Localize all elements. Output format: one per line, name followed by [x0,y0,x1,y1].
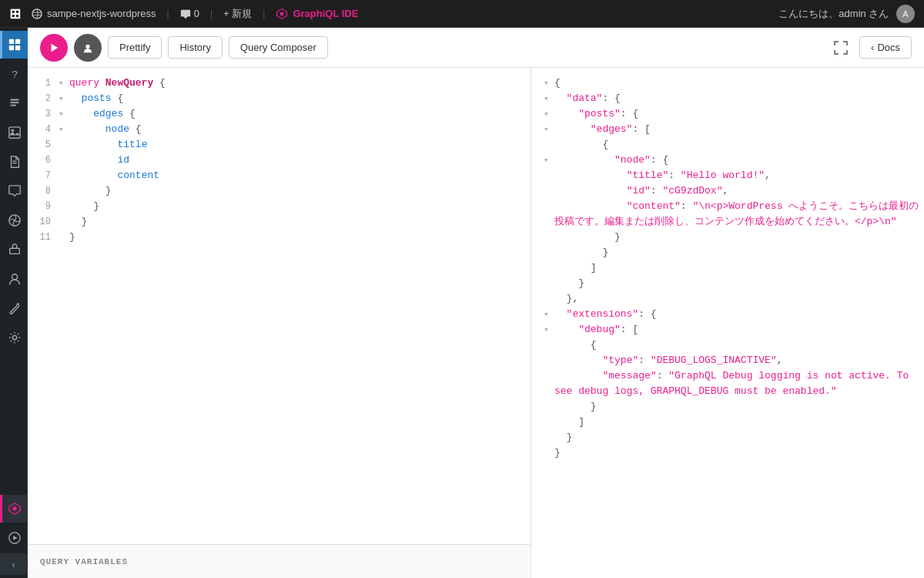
sidebar-item-plugins[interactable] [0,236,28,264]
resp-line-code: { [554,76,924,91]
response-line: "message": "GraphQL Debug logging is not… [544,368,924,399]
query-editor-content[interactable]: 1▾query NewQuery {2▾ posts {3▾ edges {4▾… [28,68,531,544]
resp-line-code: "data": { [554,91,924,106]
fold-icon[interactable]: ▾ [59,76,69,91]
divider: | [167,8,169,19]
editor-line: 5 title [28,137,531,153]
resp-line-code: "message": "GraphQL Debug logging is not… [554,368,924,399]
resp-line-code: "debug": [ [554,322,924,338]
resp-fold-icon [544,245,554,260]
resp-line-code: "type": "DEBUG_LOGS_INACTIVE", [554,353,924,368]
resp-line-code: "id": "cG9zdDox", [554,183,924,199]
prettify-button[interactable]: Prettify [108,36,162,59]
wp-logo-icon: ⊞ [9,5,21,22]
resp-fold-icon [544,276,554,291]
resp-fold-icon[interactable]: ▾ [544,76,554,91]
resp-line-code: "extensions": { [554,307,924,322]
fold-icon[interactable]: ▾ [59,122,69,137]
editor-line: 1▾query NewQuery { [28,76,531,91]
user-avatar[interactable]: A [896,5,915,23]
history-button[interactable]: History [168,36,222,59]
line-code: } [69,214,531,230]
query-composer-button[interactable]: Query Composer [229,36,328,59]
svg-point-2 [280,12,284,15]
sidebar-item-appearance[interactable] [0,207,28,234]
sidebar-item-play[interactable] [0,524,28,552]
resp-line-code: "content": "\n<p>WordPress へようこそ。こちらは最初の… [554,199,924,230]
resp-fold-icon[interactable]: ▾ [544,91,554,106]
svg-point-0 [32,8,42,18]
sidebar-item-pages[interactable] [0,148,28,176]
resp-line-code: "node": { [554,153,924,168]
editor-line: 2▾ posts { [28,91,531,106]
response-line: "title": "Hello world!", [544,168,924,183]
resp-line-code: "edges": [ [554,122,924,137]
resp-line-code: ] [554,260,924,276]
response-line: } [544,230,924,245]
variables-panel[interactable]: QUERY VARIABLES [28,544,531,578]
resp-line-code: ] [554,415,924,430]
line-code: id [69,153,531,168]
editor-line: 6 id [28,153,531,168]
new-link[interactable]: + 新規 [223,7,252,21]
resp-fold-icon[interactable]: ▾ [544,122,554,137]
line-number: 10 [28,214,59,230]
main-layout: ? ‹ [0,28,924,578]
site-link[interactable]: sampe-nextjs-wordpress [32,8,156,19]
resp-line-code: } [554,245,924,260]
query-editor[interactable]: 1▾query NewQuery {2▾ posts {3▾ edges {4▾… [28,68,531,578]
svg-point-20 [85,44,89,48]
sidebar-item-comments[interactable] [0,177,28,205]
svg-point-13 [12,274,17,280]
svg-point-16 [12,506,16,510]
resp-fold-icon[interactable]: ▾ [544,322,554,338]
response-content: ▾{▾ "data": {▾ "posts": {▾ "edges": [ {▾… [531,68,924,578]
run-query-button[interactable] [40,34,68,62]
sidebar-item-tools[interactable] [0,294,28,322]
sidebar-item-media[interactable] [0,119,28,146]
svg-marker-18 [13,536,17,539]
sidebar-item-dashboard[interactable] [0,31,28,59]
sidebar-collapse-button[interactable]: ‹ [0,553,28,575]
response-line: ▾ "debug": [ [544,322,924,338]
response-line: "type": "DEBUG_LOGS_INACTIVE", [544,353,924,368]
resp-fold-icon[interactable]: ▾ [544,106,554,122]
svg-marker-19 [52,43,59,52]
comments-link[interactable]: 0 [180,8,199,19]
resp-line-code: } [554,430,924,445]
resp-fold-icon [544,353,554,368]
fold-icon[interactable]: ▾ [59,106,69,122]
fullscreen-button[interactable] [829,35,853,60]
docs-button[interactable]: ‹ Docs [859,36,912,59]
resp-line-code: } [554,276,924,291]
resp-line-code: } [554,230,924,245]
comments-count: 0 [194,8,199,19]
svg-point-8 [12,129,15,133]
graphiql-link[interactable]: GraphiQL IDE [276,8,358,20]
wp-sidebar: ? ‹ [0,28,28,578]
sidebar-item-posts[interactable] [0,89,28,117]
sidebar-item-settings[interactable] [0,324,28,351]
line-number: 9 [28,199,59,214]
response-line: ] [544,415,924,430]
editor-line: 4▾ node { [28,122,531,137]
resp-fold-icon [544,415,554,430]
resp-fold-icon [544,368,554,384]
resp-line-code: } [554,445,924,461]
sidebar-item-help[interactable]: ? [0,60,28,88]
response-line: { [544,137,924,153]
sidebar-item-users[interactable] [0,265,28,293]
user-query-button[interactable] [74,34,102,62]
line-code: } [69,183,531,199]
resp-fold-icon [544,168,554,183]
svg-rect-6 [15,45,20,50]
line-code: content [69,168,531,183]
resp-fold-icon[interactable]: ▾ [544,307,554,322]
editor-line: 9 } [28,199,531,214]
response-line: ▾ "posts": { [544,106,924,122]
line-number: 8 [28,183,59,199]
resp-fold-icon[interactable]: ▾ [544,153,554,168]
new-label: + 新規 [223,7,252,21]
fold-icon[interactable]: ▾ [59,91,69,106]
sidebar-item-graphiql[interactable] [0,495,28,523]
